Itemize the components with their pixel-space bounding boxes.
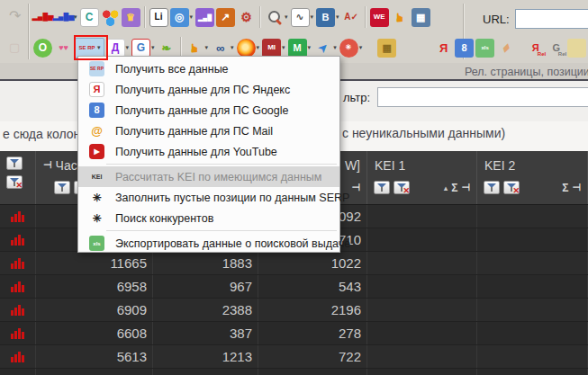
hand-orange-button-caret[interactable]: ▾ [205,44,209,51]
table-row[interactable]: 6958967543 [0,275,588,299]
hand-orange-button[interactable]: ☛ [185,39,204,58]
filter-clear-button[interactable]: ✕ [6,175,23,189]
target-blue-button[interactable]: ◎ [170,8,189,27]
sum-sigma-icon[interactable]: Σ [451,182,457,194]
menu-item-calc-kei[interactable]: KEIРассчитать KEI по имеющимся данным [78,166,339,187]
boot-blue-button-caret[interactable]: ▾ [333,44,337,51]
table-row[interactable]: 1166518831022 [0,252,588,275]
yandex-direct-button-caret[interactable]: ▾ [126,44,130,51]
mi-service-button[interactable]: MI [262,39,281,58]
table-row[interactable]: 4817745448 [0,369,588,375]
xls-export-button[interactable]: xls [475,39,494,58]
we-service-button[interactable]: WE [370,8,389,27]
toolbar-divider [28,4,30,59]
mi-service-button-caret[interactable]: ▾ [282,44,285,51]
sum-sigma-icon[interactable]: Σ [562,182,568,194]
frequency-chart-red-button[interactable]: ▂▄█▅ [33,8,52,27]
m-green-button[interactable]: M [288,39,307,58]
menu-item-get-google[interactable]: 8Получить данные для ПС Google [78,100,339,121]
filter-clear-button[interactable]: ✕ [394,181,410,194]
filter-funnel-button[interactable] [374,181,390,194]
tools-wrench-icon[interactable]: ⚙ [237,8,256,27]
pin-icon[interactable]: ⊣ [43,159,52,171]
target-blue-button-caret[interactable]: ▾ [190,13,194,21]
spellcheck-button[interactable]: A✓ [342,8,361,27]
menu-item-get-google-icon: 8 [89,103,104,118]
boot-blue-button[interactable]: ➤ [313,39,332,58]
cell-frequency: 4817 [36,369,153,375]
spy-incognito-button-caret[interactable]: ▾ [231,44,234,51]
mini-chart-button[interactable]: ∿ [291,8,310,27]
liveinternet-button[interactable]: Li [149,8,168,27]
google-rel-button[interactable]: GRel [547,39,565,58]
fireball-button[interactable] [237,39,256,58]
filter-funnel-button[interactable] [54,181,70,194]
redo-arrow-icon[interactable]: ↷ [9,7,21,24]
cell-status [0,205,36,228]
b-service-button[interactable]: B [316,8,335,27]
column-header-kei2[interactable]: KEI 2 ✕ Σ ⊣ [477,151,588,204]
menu-item-get-all-data[interactable]: SE RPПолучить все данные [78,58,339,79]
tomato-red-button[interactable]: ✳ [339,39,358,58]
search-magnifier-button-caret[interactable]: ▾ [285,13,288,21]
m-green-button-caret[interactable]: ▾ [308,44,312,51]
menu-item-get-yandex[interactable]: ЯПолучить данные для ПС Яндекс [78,79,339,100]
frequency-chart-blue-button-caret[interactable]: ▾ [74,13,77,21]
trend-orange-button[interactable]: ↗ [216,8,235,27]
calculator-button[interactable]: ▦ [412,8,430,27]
google-collect-button[interactable]: 8 [455,39,474,58]
filter-funnel-button[interactable] [6,156,23,170]
serp-button-caret[interactable]: ▾ [97,44,101,51]
pin-icon[interactable]: ⊣ [351,182,360,193]
pin-icon[interactable]: ⊣ [572,182,581,193]
cell-status [0,369,36,375]
mini-chart-button-caret[interactable]: ▾ [311,13,314,21]
serp-button[interactable]: SE RP [77,39,96,58]
eraser-button[interactable]: ▰ [496,39,515,58]
yandex-rel-button[interactable]: ЯRel [526,39,545,58]
table-row[interactable]: 6608387278 [0,322,588,345]
url-panel: URL: [483,9,588,29]
yandex-direct-button[interactable]: Д [106,39,125,58]
crown-button[interactable]: ♛ [122,8,140,27]
fireball-button-caret[interactable]: ▾ [257,44,260,51]
google-g-button-caret[interactable]: ▾ [151,44,155,51]
yandex-collect-button[interactable]: Я [434,39,453,58]
package-yellow-button[interactable]: ▦ [377,39,396,58]
column-header-kei1[interactable]: KEI 1 ✕ ▴ Σ ⊣ [367,151,477,204]
url-input[interactable] [515,9,588,29]
google-g-button[interactable]: G [131,39,150,58]
cell-kei2 [477,369,588,375]
stats-purple-button[interactable]: ▂▄█ [195,8,214,27]
filter-clear-button[interactable]: ✕ [503,181,520,194]
search-magnifier-button[interactable] [265,8,284,27]
faded-disabled-icon[interactable]: ▢ [9,40,20,54]
cell-value-3: 448 [258,369,367,375]
o-green-button[interactable]: O [33,39,52,58]
table-row[interactable]: 56131213722 [0,345,588,369]
menu-item-find-competitors[interactable]: ✳Поиск конкурентов [78,208,339,228]
menu-item-export-serp[interactable]: xlsЭкспортировать данные о поисковой выд… [78,233,339,254]
collect-c-button[interactable]: C [80,8,99,27]
tomato-red-button-caret[interactable]: ▾ [359,44,363,51]
filter-input[interactable] [377,87,588,107]
menu-item-find-competitors-label: Поиск конкурентов [115,212,213,225]
pin-icon[interactable]: ⊣ [461,182,470,193]
menu-item-get-youtube[interactable]: ▶Получить данные для YouTube [78,141,339,162]
table-row[interactable]: 690923882196 [0,299,588,322]
hand-stop-button[interactable]: ☛ [391,8,410,27]
menu-item-fill-positions[interactable]: ✳Заполнить пустые позиции по данным SERP [78,187,339,208]
map-markers-button[interactable]: ♥♥ [54,39,73,58]
partial-edge-button[interactable] [567,39,586,58]
menu-item-get-mail[interactable]: @Получить данные для ПС Mail [78,121,339,141]
colored-dots-button[interactable] [101,8,120,27]
filter-funnel-button[interactable] [484,181,500,194]
leaf-green-icon[interactable]: ❧ [158,39,176,58]
cell-kei2 [477,205,588,228]
sort-ascending-icon[interactable]: ▴ [444,183,448,192]
frequency-chart-blue-button[interactable]: ▂▄█▅ [54,8,73,27]
column-header-select[interactable]: ✕ [0,151,36,204]
spy-incognito-button[interactable]: ∞ [211,39,230,58]
menu-item-export-serp-icon: xls [89,236,104,251]
b-service-button-caret[interactable]: ▾ [336,13,339,21]
